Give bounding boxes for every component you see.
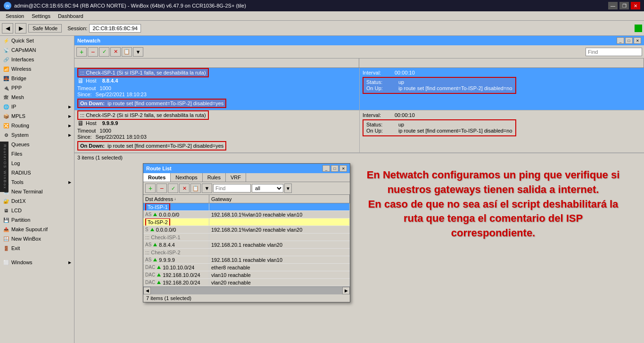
sidebar-item-bridge[interactable]: 🌉 Bridge [0,74,74,83]
sidebar-item-partition[interactable]: 💾 Partition [0,215,74,225]
new-winbox-icon: 🪟 [3,235,9,242]
back-button[interactable]: ◀ [2,23,13,33]
nw-filter-button[interactable]: ▼ [133,47,143,57]
nw-enable-button[interactable]: ✓ [99,47,109,57]
maximize-button[interactable]: ❐ [619,2,629,9]
nw-find-input[interactable] [586,48,642,56]
flag-s-vlan20: S [145,227,149,232]
route-disable-button[interactable]: ✕ [179,184,190,193]
tab-routes[interactable]: Routes [143,173,171,182]
sidebar-label-quick-set: Quick Set [11,38,34,43]
route-row-s-vlan20[interactable]: S 0.0.0.0/0 192.168.20.1%vlan20 reachabl… [143,226,350,234]
sidebar-item-tools[interactable]: 🔧 Tools ▶ [0,177,74,187]
route-row-to-isp2-label[interactable]: To-ISP-2 [143,218,350,226]
entry-1-timeout-value: 1000 [99,85,111,91]
netwatch-entry-2[interactable]: ::: Check-ISP-2 (Si si ISP-2 falla, se d… [74,110,644,153]
r-cell-check-isp1-comment-gw [209,234,350,241]
entry-1-timeout-label: Timeout [77,85,96,91]
tab-nexthops[interactable]: Nexthops [171,173,202,182]
sidebar-item-lcd[interactable]: 🖥 LCD [0,206,74,215]
route-row-check-isp1-comment[interactable]: ::: Check-ISP-1 [143,234,350,241]
col-dst-address[interactable]: Dst Address ↓ [143,195,209,203]
sidebar-item-new-winbox[interactable]: 🪟 New WinBox [0,234,74,243]
tab-rules[interactable]: Rules [203,173,226,182]
sidebar-item-routing[interactable]: 🔀 Routing ▶ [0,121,74,130]
col-gateway[interactable]: Gateway [209,195,350,203]
sidebar-item-radius[interactable]: 👤 RADIUS [0,168,74,177]
nw-add-button[interactable]: + [76,47,87,57]
netwatch-controls[interactable]: _ □ ✕ [617,37,641,44]
netwatch-entry-1[interactable]: ::: Check-ISP-1 (Si si ISP-1 falla, se d… [74,68,644,110]
close-button[interactable]: ✕ [631,2,640,9]
scroll-left-button[interactable]: ◀ [143,287,151,294]
route-window-controls[interactable]: _ □ ✕ [322,165,347,172]
route-row-to-isp1-label[interactable]: To-ISP-1 [143,203,350,211]
sidebar-item-make-supout[interactable]: 📤 Make Supout.rif [0,225,74,234]
flag-dac-19216810: DAC [145,272,155,277]
sidebar-item-queues[interactable]: 📋 Queues [0,140,74,149]
sidebar-item-capsman[interactable]: 📡 CAPsMAN [0,45,74,55]
route-maximize[interactable]: □ [331,165,339,172]
entry-2-on-up-value: ip route set [find comment=To-ISP-1] dis… [398,128,512,134]
route-row-dac-10[interactable]: DAC 10.10.10.0/24 ether8 reachable [143,264,350,271]
route-remove-button[interactable]: − [157,184,167,193]
minimize-button[interactable]: — [608,2,618,9]
sidebar-label-bridge: Bridge [11,75,26,81]
sidebar-item-interfaces[interactable]: 🔗 Interfaces [0,55,74,64]
nw-remove-button[interactable]: − [88,47,98,57]
sidebar-item-ppp[interactable]: 🔌 PPP [0,83,74,92]
nw-disable-button[interactable]: ✕ [110,47,121,57]
sidebar-item-ip[interactable]: 🌐 IP ▶ [0,102,74,111]
scroll-track[interactable] [151,287,342,294]
netwatch-close[interactable]: ✕ [634,37,641,44]
safe-mode-button[interactable]: Safe Mode [28,24,62,33]
route-filter-down[interactable]: ▼ [284,184,292,193]
route-row-as-9999[interactable]: AS 9.9.9.9 192.168.10.1 reachable vlan10 [143,256,350,264]
flag-as-8844: AS [145,242,151,247]
sidebar-label-make-supout: Make Supout.rif [11,226,48,232]
sidebar-item-mpls[interactable]: 📦 MPLS ▶ [0,111,74,121]
sidebar-item-new-terminal[interactable]: 💻 New Terminal [0,187,74,196]
sidebar-label-exit: Exit [11,245,20,251]
route-row-as-8844[interactable]: AS 8.8.4.4 192.168.20.1 reachable vlan20 [143,241,350,249]
route-filter-select[interactable]: all static dynamic [252,184,283,192]
forward-button[interactable]: ▶ [15,23,26,33]
route-row-check-isp2-comment[interactable]: ::: Check-ISP-2 [143,249,350,256]
sidebar-item-exit[interactable]: 🚪 Exit [0,243,74,253]
sidebar-item-files[interactable]: 📁 Files [0,149,74,159]
menu-dashboard[interactable]: Dashboard [54,12,87,20]
r-cell-to-isp1-dst: To-ISP-1 [143,203,209,210]
scroll-right-button[interactable]: ▶ [342,287,350,294]
route-add-button[interactable]: + [145,184,156,193]
route-table-header[interactable]: Dst Address ↓ Gateway [143,195,350,203]
route-find-input[interactable] [213,184,251,192]
nw-copy-button[interactable]: 📋 [122,47,132,57]
mesh-icon: 🕸 [3,94,9,100]
r-cell-dac-10-dst: DAC 10.10.10.0/24 [143,264,209,271]
entry-2-host: 🖥 Host 9.9.9.9 [77,119,356,127]
sidebar-item-windows[interactable]: ⬜ Windows ▶ [0,258,74,267]
entry-1-on-up-row: On Up: ip route set [find comment=To-ISP… [366,85,512,91]
route-copy-button[interactable]: 📋 [190,184,201,193]
route-filter-button[interactable]: ▼ [202,184,212,193]
route-minimize[interactable]: _ [322,165,330,172]
sidebar-item-quick-set[interactable]: ⚡ Quick Set [0,36,74,45]
sidebar-item-wireless[interactable]: 📶 Wireless [0,64,74,74]
route-row-as-vlan10[interactable]: AS 0.0.0.0/0 192.168.10.1%vlan10 reachab… [143,211,350,218]
r-cell-s-vlan20-gw: 192.168.20.1%vlan20 reachable vlan20 [209,226,350,233]
route-row-dac-192168-20[interactable]: DAC 192.168.20.0/24 vlan20 reachable [143,279,350,286]
menu-session[interactable]: Session [2,12,28,20]
netwatch-minimize[interactable]: _ [617,37,624,44]
sidebar-item-system[interactable]: ⚙ System ▶ [0,130,74,140]
netwatch-maximize[interactable]: □ [625,37,633,44]
sidebar-item-dot1x[interactable]: 🔐 Dot1X [0,196,74,206]
window-controls[interactable]: — ❐ ✕ [608,2,640,9]
sidebar-item-log[interactable]: 📄 Log [0,159,74,168]
sidebar-item-mesh[interactable]: 🕸 Mesh [0,92,74,102]
route-row-dac-192168-10[interactable]: DAC 192.168.10.0/24 vlan10 reachable [143,271,350,279]
menu-settings[interactable]: Settings [28,12,54,20]
tab-vrf[interactable]: VRF [226,173,246,182]
route-close[interactable]: ✕ [339,165,347,172]
entry-2-timeout-value: 1000 [99,128,111,134]
route-enable-button[interactable]: ✓ [168,184,178,193]
